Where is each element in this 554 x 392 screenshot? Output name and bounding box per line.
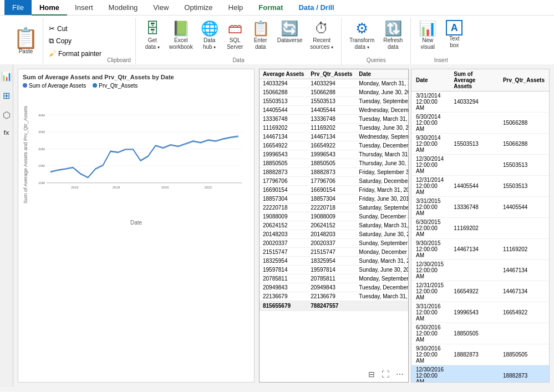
chart-title: Sum of Average Assets and Prv_Qtr_Assets… xyxy=(23,74,250,80)
excel-workbook-button[interactable]: 📗 Excelworkbook xyxy=(166,18,196,53)
table-row[interactable]: 1999654319996543Thursday, March 31, 2016… xyxy=(260,150,408,159)
table-row[interactable]: 1333674813336748Tuesday, March 31, 2015.… xyxy=(260,115,408,124)
new-visual-button[interactable]: 📊 Newvisual xyxy=(415,18,440,53)
tab-view[interactable]: View xyxy=(145,0,176,15)
dataverse-button[interactable]: 🔄 Dataverse xyxy=(274,18,306,46)
table-row[interactable]: 1959781419597814Sunday, June 30, 2019... xyxy=(260,266,408,274)
right-table-row[interactable]: 12/31/2015 12:00:00 AM1665492214467134 xyxy=(411,281,549,302)
table-row[interactable]: 1888287318882873Friday, September 30, 20… xyxy=(260,168,408,177)
table-row[interactable]: 2213667922136679Tuesday, March 31, 2020.… xyxy=(260,292,408,301)
legend-avg-assets: Sum of Average Assets xyxy=(29,83,86,89)
sql-server-button[interactable]: 🗃 SQLServer xyxy=(223,18,247,53)
left-sidebar: 📊 ⊞ ⬡ fx xyxy=(0,64,13,387)
text-box-button[interactable]: A Textbox xyxy=(442,18,466,51)
x-axis-label: Date xyxy=(23,220,250,226)
right-table-row[interactable]: 3/31/2016 12:00:00 AM1999654316654922 xyxy=(411,302,549,323)
right-table-row[interactable]: 6/30/2016 12:00:00 AM18850505 xyxy=(411,323,549,344)
data-hub-button[interactable]: 🌐 Datahub ▾ xyxy=(197,18,222,53)
table-row[interactable]: 1116920211169202Tuesday, June 30, 2015..… xyxy=(260,124,408,133)
format-painter-button[interactable]: 🖌 Format painter xyxy=(47,48,104,59)
tab-insert[interactable]: Insert xyxy=(67,0,101,15)
right-col-sum: Sum of Average Assets xyxy=(449,69,499,91)
sidebar-table-icon[interactable]: ⊞ xyxy=(1,88,12,103)
table-actions: ⊟ ⛶ ⋯ xyxy=(364,366,408,382)
tab-datadrill[interactable]: Data / Drill xyxy=(291,0,342,15)
table-row[interactable]: 1779670617796706Saturday, December 31, 2… xyxy=(260,177,408,186)
table-row[interactable]: 1908800919088009Sunday, December 31, 20.… xyxy=(260,212,408,221)
svg-text:20M: 20M xyxy=(38,147,45,151)
table-row[interactable]: 2094984320949843Tuesday, December 31, 2.… xyxy=(260,283,408,292)
clipboard-group: 📋 Paste ✂ Cut ⧉ Copy 🖌 Format painter Cl… xyxy=(4,18,136,64)
expand-icon[interactable]: ⛶ xyxy=(379,369,392,380)
right-table-row[interactable]: 9/30/2016 12:00:00 AM1888287318850505 xyxy=(411,344,549,365)
refresh-data-button[interactable]: 🔃 Refreshdata xyxy=(380,18,406,53)
right-table-row[interactable]: 9/30/2015 12:00:00 AM1446713411169202 xyxy=(411,239,549,260)
right-table-row[interactable]: 12/30/2014 12:00:00 AM15503513 xyxy=(411,155,549,176)
queries-group: ⚙ Transformdata ▾ 🔃 Refreshdata Queries xyxy=(342,18,411,64)
insert-group: 📊 Newvisual A Textbox Insert xyxy=(411,18,471,64)
transform-icon: ⚙ xyxy=(355,20,368,37)
transform-data-button[interactable]: ⚙ Transformdata ▾ xyxy=(346,18,378,53)
recent-sources-button[interactable]: ⏱ Recentsources ▾ xyxy=(307,18,337,53)
table-row[interactable]: 2151574721515747Monday, December 31, 2..… xyxy=(260,248,408,257)
filter-icon[interactable]: ⊟ xyxy=(366,369,377,380)
table-row[interactable]: 2062415220624152Saturday, March 31, 2018… xyxy=(260,221,408,230)
enter-data-button[interactable]: 📋 Enterdata xyxy=(248,18,273,53)
table-row[interactable]: 1446713414467134Wednesday, September 3..… xyxy=(260,133,408,141)
copy-icon: ⧉ xyxy=(49,37,54,45)
right-table-row[interactable]: 12/30/2016 12:00:00 AM18882873 xyxy=(411,365,549,383)
table-row[interactable]: 1832595418325954Sunday, March 31, 2019..… xyxy=(260,257,408,266)
right-table-row[interactable]: 12/30/2015 12:00:00 AM14467134 xyxy=(411,260,549,281)
table-scroll[interactable]: Average Assets Prv_Qtr_Assets Date 14033… xyxy=(260,69,408,365)
col-date: Date xyxy=(355,69,408,79)
paste-icon: 📋 xyxy=(13,28,38,48)
footer-prv: 788247557 xyxy=(307,301,355,311)
right-table-row[interactable]: 3/31/2015 12:00:00 AM1333674814405544 xyxy=(411,197,549,218)
table-row[interactable]: 2078581120785811Monday, September 30, 2.… xyxy=(260,274,408,283)
table-row[interactable]: 1669015416690154Friday, March 31, 2017..… xyxy=(260,186,408,195)
cut-button[interactable]: ✂ Cut xyxy=(47,23,104,34)
table-row[interactable]: 1440554414405544Wednesday, December 3... xyxy=(260,106,408,115)
right-panel: Date Sum of Average Assets Prv_Qtr_Asset… xyxy=(411,69,550,383)
right-table-row[interactable]: 6/30/2015 12:00:00 AM11169202 xyxy=(411,218,549,239)
table-row[interactable]: 1665492216654922Tuesday, December 31,... xyxy=(260,141,408,150)
tab-modeling[interactable]: Modeling xyxy=(101,0,146,15)
paste-button[interactable]: 📋 Paste xyxy=(9,18,43,64)
get-data-button[interactable]: 🗄 Getdata ▾ xyxy=(140,18,165,53)
table-row[interactable]: 1885050518850505Thursday, June 30, 2016.… xyxy=(260,159,408,168)
table-row[interactable]: 1403329414033294Monday, March 31, 2014..… xyxy=(260,79,408,88)
table-row[interactable]: 1506628815066288Monday, June 30, 2014... xyxy=(260,88,408,97)
table-row[interactable]: 2014820320148203Saturday, June 30, 2018.… xyxy=(260,230,408,239)
table-header-row: Average Assets Prv_Qtr_Assets Date xyxy=(260,69,408,79)
svg-text:30M: 30M xyxy=(38,113,45,117)
cut-label: Cut xyxy=(57,25,68,33)
tab-file[interactable]: File xyxy=(4,0,32,15)
sidebar-dax-icon[interactable]: fx xyxy=(2,127,12,138)
copy-label: Copy xyxy=(56,37,72,45)
legend-prv-qtr: Prv_Qtr_Assets xyxy=(99,83,138,89)
more-options-icon[interactable]: ⋯ xyxy=(394,369,406,380)
copy-button[interactable]: ⧉ Copy xyxy=(47,35,104,47)
ribbon-body: 📋 Paste ✂ Cut ⧉ Copy 🖌 Format painter Cl… xyxy=(0,16,554,64)
ribbon-tabs: File Home Insert Modeling View Optimize … xyxy=(0,0,554,16)
right-table-row[interactable]: 3/31/2014 12:00:00 AM14033294 xyxy=(411,91,549,113)
data-group-label: Data xyxy=(232,55,244,64)
right-col-date: Date xyxy=(411,69,449,91)
tab-help[interactable]: Help xyxy=(221,0,251,15)
enter-data-icon: 📋 xyxy=(252,20,270,37)
tab-optimize[interactable]: Optimize xyxy=(176,0,220,15)
right-table-row[interactable]: 6/30/2014 12:00:00 AM15066288 xyxy=(411,113,549,134)
sidebar-report-icon[interactable]: 📊 xyxy=(0,69,14,84)
tab-home[interactable]: Home xyxy=(32,0,67,15)
svg-text:10M: 10M xyxy=(38,181,45,185)
table-row[interactable]: 2222071822220718Saturday, September 30,.… xyxy=(260,203,408,212)
right-table-row[interactable]: 12/31/2014 12:00:00 AM1440554415503513 xyxy=(411,176,549,197)
format-painter-label: Format painter xyxy=(58,50,101,58)
table-row[interactable]: 2002033720020337Sunday, September 30, 2.… xyxy=(260,239,408,248)
footer-date xyxy=(355,301,408,311)
tab-format[interactable]: Format xyxy=(251,0,291,15)
sidebar-model-icon[interactable]: ⬡ xyxy=(1,108,13,123)
table-row[interactable]: 1885730418857304Friday, June 30, 2017... xyxy=(260,195,408,203)
right-table-row[interactable]: 9/30/2014 12:00:00 AM1550351315066288 xyxy=(411,134,549,155)
table-row[interactable]: 1550351315503513Tuesday, September 30, 2… xyxy=(260,97,408,106)
